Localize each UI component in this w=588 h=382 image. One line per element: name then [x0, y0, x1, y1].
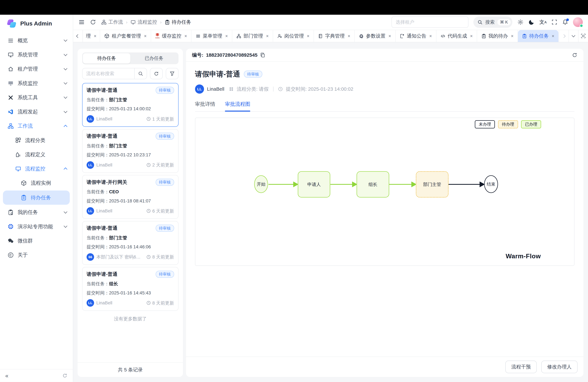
flow-node-dept-manager[interactable]: 部门主管: [416, 171, 448, 197]
tab-post-mgmt[interactable]: 岗位管理: [273, 30, 314, 42]
tabs-scroll-right[interactable]: [559, 30, 568, 42]
notification-bell-icon[interactable]: [562, 19, 568, 25]
menu-icon: [7, 37, 14, 44]
sidebar-item-label: 流程定义: [25, 151, 45, 158]
translate-icon[interactable]: 文A: [540, 19, 547, 25]
collapse-sidebar-icon[interactable]: «: [5, 373, 8, 379]
sidebar-item-wechat-group[interactable]: 微信群: [0, 234, 73, 248]
sidebar-item-process-definition[interactable]: 流程定义: [0, 147, 73, 162]
refresh-icon[interactable]: [572, 52, 577, 58]
flow-node-end[interactable]: 结束: [484, 175, 498, 193]
tab-tenant-package[interactable]: 租户套餐管理: [100, 30, 151, 42]
user-avatar[interactable]: [573, 17, 583, 27]
tab-my-todo[interactable]: 我的待办: [477, 30, 518, 42]
sidebar-item-demo-features[interactable]: 演示站专用功能: [0, 219, 73, 234]
sidebar-item-label: 我的任务: [18, 209, 38, 216]
sidebar-item-system-monitor[interactable]: 系统监控: [0, 76, 73, 90]
sidebar-item-label: 系统管理: [18, 51, 38, 58]
flow-node-applicant[interactable]: 申请人: [298, 171, 330, 197]
close-icon[interactable]: [307, 34, 310, 39]
sidebar-item-workflow[interactable]: 工作流: [0, 119, 73, 133]
sidebar-item-overview[interactable]: 概览: [0, 33, 73, 47]
sidebar-item-process-instance[interactable]: 流程实例: [0, 176, 73, 190]
hamburger-icon[interactable]: [78, 19, 85, 25]
tab-todo-tasks-active[interactable]: 待办任务: [518, 30, 558, 42]
close-icon[interactable]: [94, 34, 96, 39]
sidebar-item-system-mgmt[interactable]: 系统管理: [0, 48, 73, 62]
sidebar-item-label: 待办任务: [31, 194, 51, 201]
close-icon[interactable]: [388, 34, 391, 39]
clipboard-icon: [21, 194, 27, 201]
task-card[interactable]: 请假申请-普通 待审核 当前任务：组长 提交时间：2025-01-16 14:4…: [82, 267, 179, 311]
tabs-maximize-icon[interactable]: [578, 30, 588, 42]
sidebar-item-my-tasks[interactable]: 我的任务: [0, 205, 73, 219]
sidebar-item-process-category[interactable]: 流程分类: [0, 133, 73, 147]
tab-code-gen[interactable]: 代码生成: [436, 30, 477, 42]
task-card[interactable]: 请假申请-普通 待审核 当前任务：部门主管 提交时间：2025-01-22 10…: [82, 129, 179, 173]
sidebar-footer-icon[interactable]: [62, 373, 67, 378]
sidebar-item-system-tools[interactable]: 系统工具: [0, 90, 73, 105]
task-card-list: 请假申请-普通 待审核 当前任务：部门主管 提交时间：2025-01-23 14…: [78, 82, 183, 362]
sidebar-item-process-monitor[interactable]: 流程监控: [0, 162, 73, 176]
close-icon[interactable]: [144, 34, 147, 39]
tab-todo[interactable]: 待办任务: [83, 53, 130, 64]
tab-menu-mgmt[interactable]: 菜单管理: [191, 30, 232, 42]
submit-time-value: 2025-01-23 14:00:02: [109, 106, 151, 111]
fullscreen-icon[interactable]: [552, 19, 557, 25]
tabs-scroll-left[interactable]: [73, 30, 83, 42]
sidebar-item-label: 流程实例: [31, 180, 51, 186]
flow-node-leader[interactable]: 组长: [357, 171, 389, 197]
sidebar-item-process-start[interactable]: 流程发起: [0, 105, 73, 119]
close-icon[interactable]: [511, 34, 514, 39]
sidebar-item-about[interactable]: 关于: [0, 248, 73, 262]
task-card[interactable]: 请假申请-普通 待审核 当前任务：部门主管 提交时间：2025-01-16 14…: [82, 221, 179, 265]
task-card[interactable]: 请假申请-并行网关 待审核 当前任务：CEO 提交时间：2025-01-18 0…: [82, 175, 179, 219]
close-icon[interactable]: [184, 34, 187, 39]
tab-notice[interactable]: 通知公告: [396, 30, 436, 42]
process-intervene-button[interactable]: 流程干预: [505, 361, 537, 373]
applicant-name: LinaBell: [96, 208, 112, 213]
breadcrumb-workflow[interactable]: 工作流: [101, 19, 123, 25]
tab-clipped[interactable]: 理: [83, 30, 100, 42]
breadcrumb-todo-tasks[interactable]: 待办任务: [165, 19, 191, 25]
flow-node-start[interactable]: 开始: [254, 175, 268, 193]
flowchart-canvas[interactable]: 未办理 待办理 已办理: [195, 118, 575, 266]
tab-cache-monitor[interactable]: redis 缓存监控: [151, 30, 191, 42]
copy-icon[interactable]: [260, 52, 265, 58]
close-icon[interactable]: [470, 34, 473, 39]
filter-button[interactable]: [166, 68, 179, 79]
chevron-down-icon: [64, 210, 67, 214]
tabs-dropdown[interactable]: [568, 30, 578, 42]
tab-approval-flowchart[interactable]: 审批流程图: [225, 101, 250, 111]
search-icon[interactable]: [134, 68, 147, 79]
breadcrumb-process-monitor[interactable]: 流程监控: [130, 19, 157, 25]
tab-approval-detail[interactable]: 审批详情: [195, 101, 215, 111]
clock-icon: [146, 209, 151, 213]
task-search-input[interactable]: [83, 68, 134, 79]
global-search-button[interactable]: 搜索 ⌘ K: [473, 17, 513, 28]
cube-icon: [21, 180, 27, 186]
gear-icon[interactable]: [517, 19, 524, 25]
redis-caption: redis: [155, 37, 160, 39]
tab-department-mgmt[interactable]: 部门管理: [232, 30, 273, 42]
sidebar-item-todo-tasks[interactable]: 待办任务: [3, 191, 70, 205]
task-card[interactable]: 请假申请-普通 待审核 当前任务：部门主管 提交时间：2025-01-23 14…: [82, 83, 179, 127]
close-icon[interactable]: [225, 34, 228, 39]
close-icon[interactable]: [348, 34, 350, 39]
sidebar-item-tenant-mgmt[interactable]: 租户管理: [0, 62, 73, 76]
monitor-icon: [15, 166, 21, 172]
tab-dict-mgmt[interactable]: 字典管理: [314, 30, 355, 42]
tab-done[interactable]: 已办任务: [130, 53, 178, 64]
submit-time-label: 提交时间：: [86, 106, 109, 111]
close-icon[interactable]: [266, 34, 269, 39]
refresh-icon[interactable]: [90, 19, 96, 25]
close-icon[interactable]: [552, 34, 554, 39]
refresh-button[interactable]: [150, 68, 163, 79]
current-task-value: 部门主管: [109, 97, 127, 102]
tenant-select-input[interactable]: [392, 17, 468, 28]
change-assignee-button[interactable]: 修改办理人: [541, 361, 578, 373]
tab-param-settings[interactable]: 参数设置: [355, 30, 396, 42]
close-icon[interactable]: [429, 34, 432, 39]
dark-mode-moon-icon[interactable]: [528, 19, 535, 25]
clock-icon: [146, 255, 151, 259]
